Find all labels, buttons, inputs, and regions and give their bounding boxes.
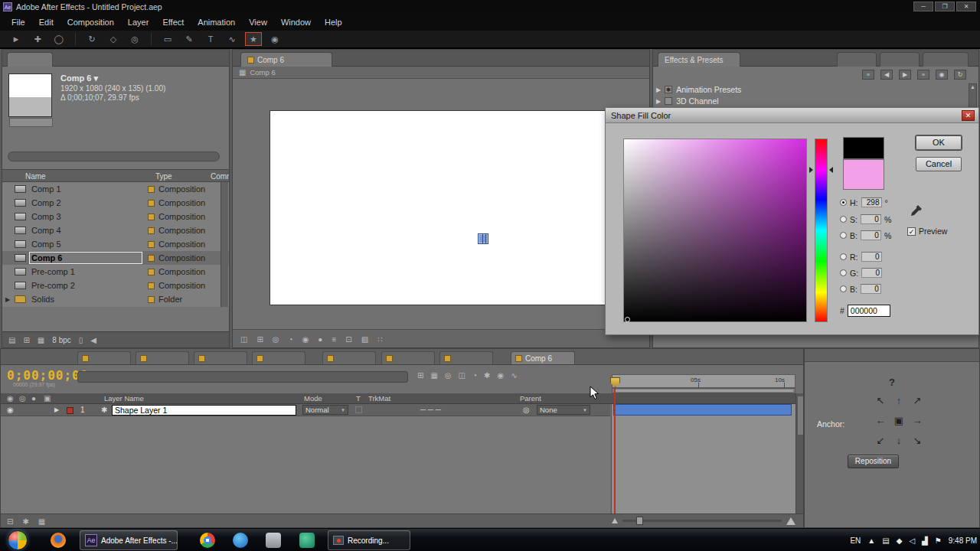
tab-effects-presets[interactable]: Effects & Presets [658,52,740,67]
parent-dropdown[interactable]: None▼ [537,405,590,415]
expand-switches-icon[interactable]: ⊟ [7,517,13,526]
blue-radio[interactable] [840,285,847,292]
roi-icon[interactable]: ⊡ [345,335,351,344]
hue-value-field[interactable]: 298 [861,197,882,207]
dialog-title-bar[interactable]: Shape Fill Color [606,108,978,123]
hue-radio[interactable] [840,199,847,206]
trash-icon[interactable]: ▯ [79,336,83,344]
saturation-value-field[interactable]: 0 [861,214,881,224]
transparency-grid-icon[interactable]: ▧ [361,335,368,344]
anchor-left-button[interactable]: ← [872,412,889,429]
zoom-tool-icon[interactable]: ◯ [51,32,67,46]
anchor-down-right-button[interactable]: ↘ [909,432,926,448]
network-icon[interactable]: ▟ [922,536,928,545]
volume-icon[interactable]: ◁ [909,536,915,545]
display-tray-icon[interactable]: ▤ [882,536,889,545]
shape-anchor-point[interactable] [478,233,488,244]
twirl-icon[interactable]: ▶ [656,86,661,93]
utility-icon[interactable] [266,533,281,548]
project-item-comp5[interactable]: Comp 5Composition [2,237,229,251]
project-item-comp6-selected[interactable]: Comp 6Composition [2,251,229,265]
previous-frame-icon[interactable]: ◀ [880,70,893,80]
timeline-track-area[interactable] [611,404,795,514]
project-item-comp2[interactable]: Comp 2Composition [2,196,229,210]
t-switch[interactable] [355,406,362,413]
anchor-tool-icon[interactable]: ◎ [126,32,143,46]
column-name[interactable]: Name [25,172,46,181]
show-snapshot-icon[interactable]: ◉ [302,335,309,344]
hand-tool-icon[interactable]: ✚ [29,32,46,46]
column-trkmat[interactable]: TrkMat [368,394,390,403]
zoom-out-icon[interactable] [612,518,618,523]
timeline-tab-comp6-active[interactable]: Comp 6 [511,351,575,364]
tab-info[interactable] [837,52,877,67]
eyedropper-icon[interactable] [910,204,923,217]
column-comment[interactable]: Comm [211,172,230,181]
twirl-icon[interactable]: ▶ [5,296,15,303]
timeline-tab-comp4[interactable] [252,351,305,364]
anchor-up-button[interactable]: ↑ [890,392,907,409]
rotate-tool-icon[interactable]: ↻ [83,32,100,46]
current-timecode[interactable]: 0;00;00;00 [7,368,88,383]
view-options-icon[interactable]: ∷ [377,335,382,344]
anchor-right-button[interactable]: → [909,412,926,429]
project-item-solids[interactable]: ▶SolidsFolder [2,292,229,306]
green-radio[interactable] [840,269,847,276]
layer-switches[interactable]: ─ ─ ─ [420,406,441,414]
layer-visibility-eye-icon[interactable]: ◉ [7,406,14,414]
project-scrollbar[interactable] [220,182,228,307]
column-mode[interactable]: Mode [304,394,322,403]
menu-window[interactable]: Window [274,15,318,29]
timeline-search-input[interactable] [77,371,408,383]
tab-preview[interactable] [923,52,969,67]
mask-visibility-icon[interactable]: ◎ [273,335,279,344]
brainstorm-icon[interactable]: ✱ [484,371,490,380]
language-indicator[interactable]: EN [850,536,861,545]
tab-composition[interactable]: Comp 6 [240,52,332,67]
help-button[interactable]: ? [889,377,895,388]
anchor-down-left-button[interactable]: ↙ [872,432,889,448]
cancel-button[interactable]: Cancel [916,157,962,171]
menu-file[interactable]: File [5,15,32,29]
anchor-up-left-button[interactable]: ↖ [872,392,889,409]
camera-tool-icon[interactable]: ◇ [105,32,122,46]
column-layer-name[interactable]: Layer Name [104,394,144,403]
layer-duration-bar[interactable] [613,404,792,416]
menu-composition[interactable]: Composition [60,15,121,29]
shape-tool-icon[interactable]: ★ [245,32,262,46]
update-tray-icon[interactable]: ◆ [897,536,903,545]
work-area-bar[interactable] [612,388,795,393]
comp-mini-flow-icon[interactable]: ▦ [239,68,246,77]
timeline-tab-precomp1[interactable] [381,351,435,364]
ok-button[interactable]: OK [916,135,962,150]
menu-animation[interactable]: Animation [191,15,242,29]
close-button[interactable]: ✕ [956,2,976,11]
action-center-icon[interactable]: ⚑ [935,536,942,545]
layer-twirl-icon[interactable]: ▶ [54,406,59,413]
saturation-brightness-field[interactable] [623,139,807,322]
timeline-tab-comp2[interactable] [136,351,189,364]
pen-tool-icon[interactable]: ✎ [181,32,198,46]
frame-blend-icon[interactable]: ◫ [459,371,466,380]
preview-checkbox[interactable]: ✓ [907,227,916,236]
hex-input[interactable]: 000000 [848,305,890,317]
show-hidden-icons-icon[interactable]: ▲ [867,536,875,545]
hue-slider-marker-right[interactable] [829,167,833,173]
menu-edit[interactable]: Edit [32,15,60,29]
timeline-vertical-scrollbar[interactable] [795,393,804,514]
zoom-slider-handle[interactable] [636,517,643,525]
draft-3d-icon[interactable]: ▦ [430,371,437,380]
menu-help[interactable]: Help [318,15,349,29]
time-ruler[interactable]: 05s 10s [612,374,795,388]
zoom-in-icon[interactable] [786,517,795,525]
blue-value-field[interactable]: 0 [861,284,881,294]
preset-group-animation-presets[interactable]: ▶ ✱ Animation Presets [656,84,741,95]
auto-keyframe-icon[interactable]: ◉ [497,371,504,380]
start-button[interactable] [8,530,28,550]
layer-row-shape-layer-1[interactable]: ◉ ▶ 1 ✱ Shape Layer 1 Normal▼ ─ ─ ─ ◎ No… [1,404,610,416]
timeline-tab-comp1[interactable] [77,351,131,364]
project-item-precomp2[interactable]: Pre-comp 2Composition [2,279,229,292]
new-composition-icon[interactable]: ▦ [38,336,44,344]
effects-scrollbar[interactable]: ▲ [969,83,977,109]
color-field-cursor[interactable] [625,317,630,322]
